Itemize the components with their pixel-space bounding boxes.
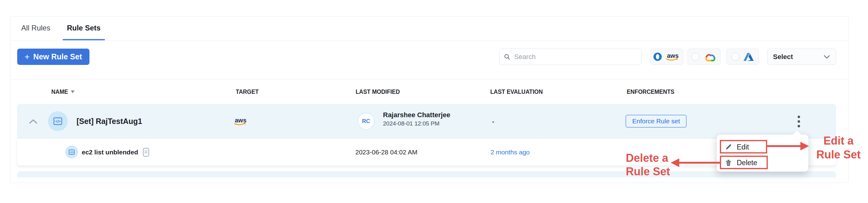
last-modified-cell: Rajarshee Chatterjee 2024-08-01 12:05 PM: [383, 111, 450, 127]
row-actions-context-menu: Edit Delete: [717, 135, 808, 172]
search-input[interactable]: [514, 53, 637, 61]
modified-at-date: 2024-08-01 12:05 PM: [383, 120, 439, 127]
rule-icon-circle: </>: [65, 145, 78, 158]
new-rule-set-label: New Rule Set: [33, 52, 82, 61]
kebab-dot: [798, 125, 800, 127]
search-icon: [504, 53, 510, 61]
kebab-dot: [798, 116, 800, 118]
delete-arrow-line: [679, 162, 720, 164]
filter-gcp[interactable]: [688, 49, 720, 65]
tabs-bar: All Rules Rule Sets: [10, 17, 848, 40]
gcp-toggle-off-icon[interactable]: [691, 53, 700, 61]
rule-set-icon-circle: </>: [48, 111, 68, 131]
table-row-rule[interactable]: </> ec2 list unblended 2023-06-28 04:02 …: [17, 139, 836, 166]
edit-highlight-box: [720, 140, 767, 153]
annotation-edit-rule-set: Edit a Rule Set: [814, 134, 863, 162]
search-box[interactable]: [499, 49, 642, 65]
azure-toggle-off-icon[interactable]: [731, 53, 740, 61]
filter-aws[interactable]: aws: [650, 49, 683, 65]
chevron-up-icon: [29, 119, 37, 124]
column-header-enforcements: ENFORCEMENTS: [627, 79, 674, 104]
row-actions-menu-button[interactable]: [794, 113, 803, 130]
aws-logo-icon: aws: [665, 52, 680, 62]
annotation-edit-line1: Edit a: [814, 134, 863, 148]
table-row-rule-set[interactable]: </> [Set] RajTestAug1 aws RC Rajarshee C…: [17, 104, 836, 139]
tab-rule-sets[interactable]: Rule Sets: [63, 17, 105, 40]
rule-document-icon[interactable]: [143, 148, 149, 156]
annotation-delete-line2: Rule Set: [626, 165, 670, 178]
avatar: RC: [358, 113, 375, 130]
rule-last-evaluation-link[interactable]: 2 months ago: [491, 149, 530, 156]
delete-highlight-box: [720, 156, 768, 169]
chevron-down-icon: [824, 55, 830, 59]
annotation-delete-rule-set: Delete a Rule Set: [626, 151, 670, 178]
target-aws-logo: aws: [233, 104, 248, 139]
edit-arrow-head-icon: [800, 142, 809, 150]
select-dropdown-label: Select: [773, 53, 793, 61]
svg-text:</>: </>: [55, 119, 61, 124]
toolbar: + New Rule Set aws: [10, 40, 848, 80]
new-rule-set-button[interactable]: + New Rule Set: [17, 49, 89, 65]
tab-all-rules[interactable]: All Rules: [17, 17, 55, 40]
kebab-dot: [798, 120, 800, 123]
avatar-initials: RC: [362, 118, 370, 124]
table-row-partial: [17, 171, 836, 177]
rule-set-name[interactable]: [Set] RajTestAug1: [76, 117, 142, 126]
rule-icon: </>: [68, 149, 75, 156]
annotation-edit-line2: Rule Set: [814, 148, 863, 162]
enforce-rule-set-button[interactable]: Enforce Rule set: [625, 115, 687, 128]
aws-logo-icon: aws: [233, 117, 248, 126]
aws-toggle-on-icon[interactable]: [653, 53, 662, 61]
filter-azure[interactable]: [726, 49, 759, 65]
plus-icon: +: [25, 53, 30, 61]
gcp-logo-icon: [703, 52, 717, 62]
column-header-name[interactable]: NAME: [51, 79, 75, 104]
column-header-last-modified: LAST MODIFIED: [355, 79, 400, 104]
svg-text:</>: </>: [70, 151, 74, 154]
rule-modified-at: 2023-06-28 04:02 AM: [355, 149, 417, 156]
collapse-row-control[interactable]: [29, 104, 37, 139]
table-header-row: NAME TARGET LAST MODIFIED LAST EVALUATIO…: [10, 79, 848, 104]
svg-text:aws: aws: [235, 117, 247, 124]
azure-logo-icon: [743, 52, 754, 61]
column-header-name-label: NAME: [51, 79, 68, 104]
edit-arrow-line: [767, 145, 802, 147]
column-header-target: TARGET: [236, 79, 259, 104]
rule-name[interactable]: ec2 list unblended: [82, 149, 138, 156]
rule-set-icon: </>: [52, 116, 63, 126]
modified-by-name: Rajarshee Chatterjee: [383, 111, 450, 119]
sort-caret-icon[interactable]: [71, 90, 74, 93]
last-evaluation-value: -: [492, 118, 494, 125]
select-dropdown[interactable]: Select: [767, 49, 836, 65]
delete-arrow-head-icon: [671, 158, 679, 167]
annotation-delete-line1: Delete a: [626, 151, 670, 165]
column-header-last-evaluation: LAST EVALUATION: [490, 79, 543, 104]
rule-set-group: </> [Set] RajTestAug1 aws RC Rajarshee C…: [17, 104, 836, 166]
svg-text:aws: aws: [667, 52, 679, 59]
